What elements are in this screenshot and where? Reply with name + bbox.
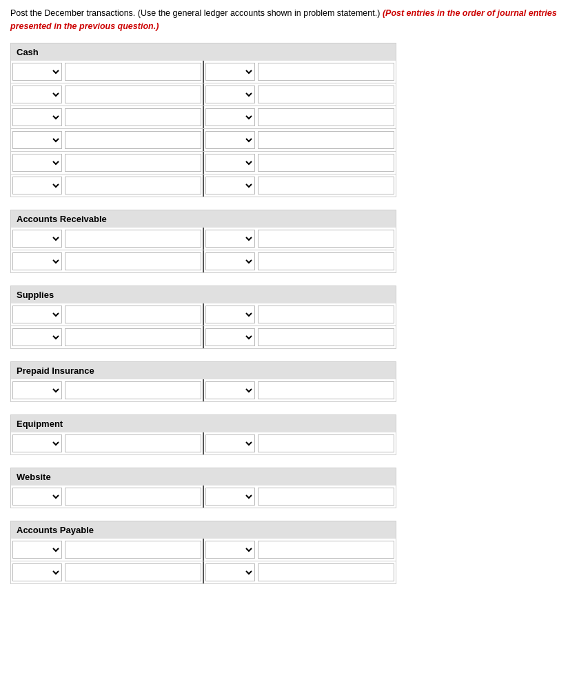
table-row (11, 250, 396, 272)
accounts-receivable-row2-left-input[interactable] (65, 252, 201, 270)
table-row (11, 432, 396, 454)
supplies-header: Supplies (10, 286, 396, 303)
accounts-receivable-row2-left-select[interactable] (12, 252, 62, 270)
supplies-row1-left-input[interactable] (65, 306, 201, 323)
cash-row6-left-input[interactable] (65, 177, 201, 194)
prepaid-insurance-row1-right-select[interactable] (205, 381, 255, 399)
cash-row3-right-select[interactable] (205, 108, 255, 126)
cash-row1-right (203, 61, 396, 83)
accounts-payable-row1-left (11, 539, 203, 561)
equipment-row1-right-input[interactable] (258, 434, 394, 452)
cash-row1-left-input[interactable] (65, 63, 201, 81)
cash-row5-left-input[interactable] (65, 154, 201, 172)
supplies-row2-right-select[interactable] (205, 328, 255, 346)
cash-row6-right-input[interactable] (258, 177, 394, 194)
table-row (11, 486, 396, 508)
cash-body (10, 61, 396, 197)
website-row1-left (11, 486, 203, 508)
accounts-receivable-row1-right-input[interactable] (258, 230, 394, 248)
website-row1-right-input[interactable] (258, 488, 394, 506)
cash-row4-left-select[interactable] (12, 131, 62, 149)
accounts-receivable-row1-right-select[interactable] (205, 230, 255, 248)
website-row1-right (203, 486, 396, 508)
equipment-row1-left-input[interactable] (65, 434, 201, 452)
cash-row2-right-select[interactable] (205, 86, 255, 103)
accounts-receivable-row2-right-select[interactable] (205, 252, 255, 270)
cash-row6-right (203, 174, 396, 197)
cash-row3-left-select[interactable] (12, 108, 62, 126)
website-header: Website (10, 468, 396, 486)
cash-row3-right-input[interactable] (258, 108, 394, 126)
prepaid-insurance-row1-right-input[interactable] (258, 381, 394, 399)
prepaid-insurance-row1-left-select[interactable] (12, 381, 62, 399)
accounts-payable-row1-left-select[interactable] (12, 541, 62, 559)
supplies-row1-left-select[interactable] (12, 306, 62, 323)
accounts-payable-row2-right-input[interactable] (258, 563, 394, 581)
accounts-receivable-row1-left (11, 228, 203, 250)
table-row (11, 152, 396, 174)
accounts-payable-row1-right-select[interactable] (205, 541, 255, 559)
accounts-receivable-row1-right (203, 228, 396, 250)
cash-header: Cash (10, 43, 396, 61)
accounts-payable-row1-left-input[interactable] (65, 541, 201, 559)
cash-row2-left-select[interactable] (12, 86, 62, 103)
table-row (11, 106, 396, 129)
section-prepaid-insurance: Prepaid Insurance (10, 361, 396, 402)
cash-row6-right-select[interactable] (205, 177, 255, 194)
supplies-row1-right (203, 303, 396, 326)
supplies-row1-right-select[interactable] (205, 306, 255, 323)
table-row (11, 83, 396, 106)
prepaid-insurance-body (10, 379, 396, 402)
table-row (11, 379, 396, 401)
equipment-row1-right-select[interactable] (205, 434, 255, 452)
supplies-body (10, 303, 396, 349)
supplies-row2-right-input[interactable] (258, 328, 394, 346)
supplies-row1-right-input[interactable] (258, 306, 394, 323)
accounts-payable-row1-right (203, 539, 396, 561)
equipment-body (10, 432, 396, 455)
website-row1-left-select[interactable] (12, 488, 62, 506)
accounts-receivable-row1-left-select[interactable] (12, 230, 62, 248)
cash-row5-right-input[interactable] (258, 154, 394, 172)
accounts-receivable-row2-left (11, 250, 203, 272)
table-row (11, 326, 396, 348)
cash-row2-left-input[interactable] (65, 86, 201, 103)
supplies-row2-left-select[interactable] (12, 328, 62, 346)
cash-row4-left-input[interactable] (65, 131, 201, 149)
prepaid-insurance-row1-left-input[interactable] (65, 381, 201, 399)
instruction-text: Post the December transactions. (Use the… (10, 7, 578, 33)
cash-row5-left-select[interactable] (12, 154, 62, 172)
accounts-payable-row2-left (11, 561, 203, 583)
cash-row1-left-select[interactable] (12, 63, 62, 81)
accounts-payable-row2-right-select[interactable] (205, 563, 255, 581)
cash-row4-right-input[interactable] (258, 131, 394, 149)
cash-row3-left-input[interactable] (65, 108, 201, 126)
cash-row1-right-select[interactable] (205, 63, 255, 81)
section-cash: Cash (10, 43, 396, 197)
table-row (11, 539, 396, 561)
section-equipment: Equipment (10, 414, 396, 455)
accounts-payable-row2-left-input[interactable] (65, 563, 201, 581)
cash-row6-left-select[interactable] (12, 177, 62, 194)
supplies-row2-right (203, 326, 396, 348)
cash-row1-left (11, 61, 203, 83)
section-accounts-payable: Accounts Payable (10, 521, 396, 584)
accounts-receivable-row2-right-input[interactable] (258, 252, 394, 270)
cash-row5-right-select[interactable] (205, 154, 255, 172)
cash-row4-right-select[interactable] (205, 131, 255, 149)
cash-row4-right (203, 129, 396, 151)
prepaid-insurance-row1-left (11, 379, 203, 401)
accounts-receivable-row1-left-input[interactable] (65, 230, 201, 248)
cash-row2-right-input[interactable] (258, 86, 394, 103)
accounts-payable-row2-left-select[interactable] (12, 563, 62, 581)
accounts-payable-row2-right (203, 561, 396, 583)
website-row1-right-select[interactable] (205, 488, 255, 506)
supplies-row2-left (11, 326, 203, 348)
accounts-payable-row1-right-input[interactable] (258, 541, 394, 559)
supplies-row2-left-input[interactable] (65, 328, 201, 346)
section-supplies: Supplies (10, 286, 396, 349)
cash-row1-right-input[interactable] (258, 63, 394, 81)
cash-row6-left (11, 174, 203, 197)
website-row1-left-input[interactable] (65, 488, 201, 506)
equipment-row1-left-select[interactable] (12, 434, 62, 452)
